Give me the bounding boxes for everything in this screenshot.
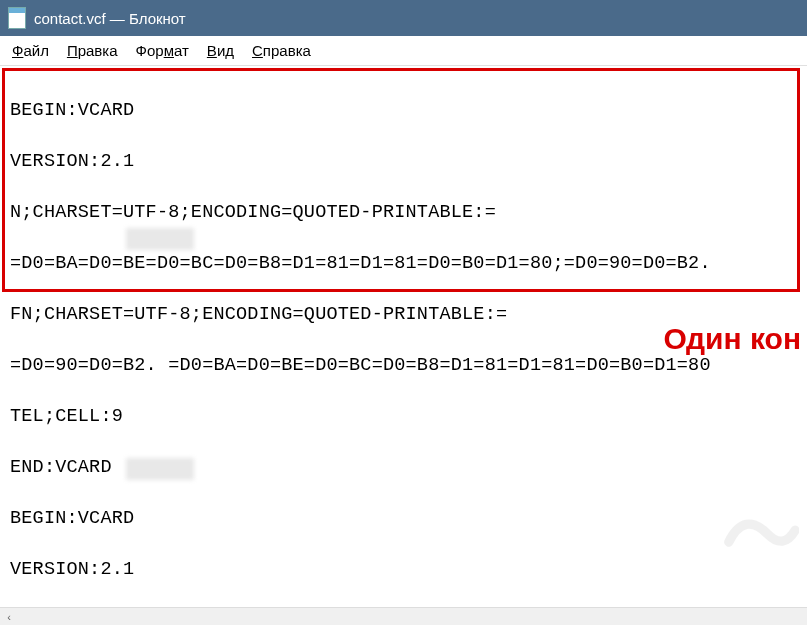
menu-help[interactable]: Справка	[252, 42, 311, 59]
scroll-left-icon[interactable]: ‹	[0, 608, 18, 626]
text-line: BEGIN:VCARD	[10, 506, 797, 532]
text-line: N;CHARSET=UTF-8;ENCODING=QUOTED-PRINTABL…	[10, 200, 797, 226]
text-line: VERSION:2.1	[10, 557, 797, 583]
blur-redaction-1	[126, 228, 194, 250]
text-line: FN;CHARSET=UTF-8;ENCODING=QUOTED-PRINTAB…	[10, 302, 797, 328]
text-line: TEL;CELL:9	[10, 404, 797, 430]
text-line: =D0=BA=D0=BE=D0=BC=D0=B8=D1=81=D1=81=D0=…	[10, 251, 797, 277]
titlebar: contact.vcf — Блокнот	[0, 0, 807, 36]
menu-edit[interactable]: Правка	[67, 42, 118, 59]
editor-area[interactable]: Один кон BEGIN:VCARD VERSION:2.1 N;CHARS…	[0, 66, 807, 607]
menubar: Файл Правка Формат Вид Справка	[0, 36, 807, 66]
notepad-icon	[8, 7, 26, 29]
horizontal-scrollbar[interactable]: ‹	[0, 607, 807, 625]
menu-view[interactable]: Вид	[207, 42, 234, 59]
text-line: =D0=90=D0=B2. =D0=BA=D0=BE=D0=BC=D0=B8=D…	[10, 353, 797, 379]
blur-redaction-2	[126, 458, 194, 480]
text-line: VERSION:2.1	[10, 149, 797, 175]
text-content[interactable]: BEGIN:VCARD VERSION:2.1 N;CHARSET=UTF-8;…	[0, 66, 807, 607]
window-title: contact.vcf — Блокнот	[34, 10, 186, 27]
text-line: BEGIN:VCARD	[10, 98, 797, 124]
menu-file[interactable]: Файл	[12, 42, 49, 59]
menu-format[interactable]: Формат	[136, 42, 189, 59]
